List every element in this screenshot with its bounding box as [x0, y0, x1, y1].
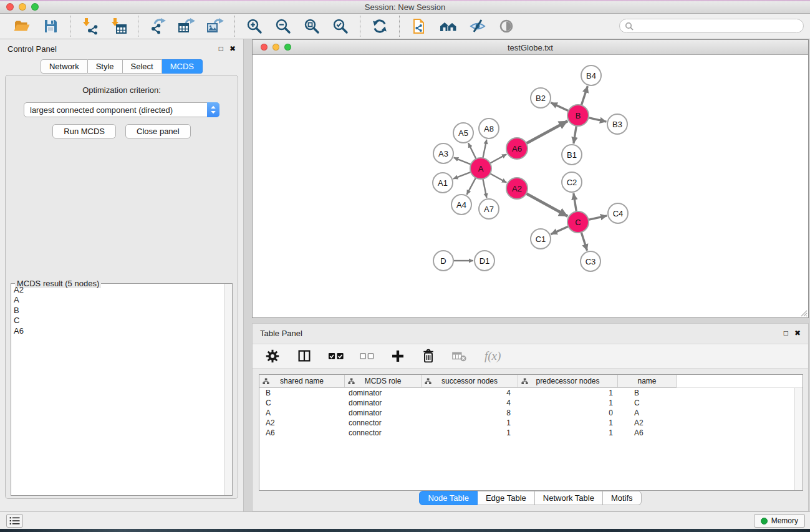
- cell-shared-name: C: [259, 398, 345, 408]
- mcds-panel: Optimization criterion: largest connecte…: [5, 75, 238, 499]
- task-history-button[interactable]: [6, 514, 23, 528]
- table-row[interactable]: Cdominator41C: [259, 398, 803, 408]
- table-row[interactable]: Adominator80A: [259, 408, 803, 418]
- home-button[interactable]: [438, 16, 459, 36]
- export-network-button[interactable]: [148, 16, 168, 36]
- table-settings-button[interactable]: [263, 347, 282, 365]
- zoom-selected-button[interactable]: [330, 16, 350, 36]
- import-network-button[interactable]: [80, 16, 100, 36]
- import-table-button[interactable]: [108, 16, 128, 36]
- right-column: testGlobe.txt AA1A2A3A4A5A6A7A8BB1B2B3B4…: [252, 39, 810, 511]
- mcds-list-scrollbar[interactable]: [224, 284, 232, 495]
- tab-style[interactable]: Style: [88, 59, 123, 74]
- graph-edge-A-A2[interactable]: [490, 173, 506, 183]
- function-builder-button[interactable]: f(x): [482, 347, 507, 365]
- graph-edge-A-A1[interactable]: [453, 172, 471, 179]
- add-column-button[interactable]: [389, 347, 407, 365]
- select-all-columns-button[interactable]: [327, 351, 345, 362]
- zoom-fit-icon: [303, 17, 321, 35]
- graph-edge-A6-B[interactable]: [526, 121, 567, 143]
- run-mcds-button[interactable]: Run MCDS: [52, 124, 116, 138]
- table-row[interactable]: Bdominator41B: [259, 388, 803, 398]
- zoom-out-button[interactable]: [273, 16, 293, 36]
- graph-edge-B-B1[interactable]: [574, 126, 577, 143]
- column-header-successor-nodes[interactable]: successor nodes: [422, 375, 518, 388]
- cell-MCDS-role: dominator: [345, 388, 422, 398]
- zoom-in-button[interactable]: [244, 16, 264, 36]
- import-network-icon: [81, 17, 99, 35]
- network-window-title: testGlobe.txt: [253, 43, 808, 52]
- graph-node-label: D1: [480, 256, 490, 266]
- save-session-button[interactable]: [41, 16, 60, 36]
- tab-motifs[interactable]: Motifs: [603, 491, 642, 505]
- deselect-all-columns-button[interactable]: [359, 351, 376, 361]
- criterion-dropdown[interactable]: largest connected component (directed): [24, 102, 219, 117]
- graph-edge-A-A3[interactable]: [454, 158, 471, 165]
- mcds-result-box: MCDS result (5 nodes) A2ABCA6: [11, 283, 233, 496]
- graph-edge-A-A6[interactable]: [490, 154, 506, 163]
- graph-edge-A-A5[interactable]: [468, 143, 476, 159]
- close-panel-button[interactable]: Close panel: [125, 124, 191, 138]
- search-input[interactable]: [637, 21, 798, 31]
- tab-mcds[interactable]: MCDS: [162, 59, 203, 74]
- column-header-MCDS-role[interactable]: MCDS role: [345, 375, 422, 388]
- apply-layout-button[interactable]: [370, 16, 390, 36]
- close-table-panel-icon[interactable]: ✖: [794, 329, 801, 337]
- tab-node-table[interactable]: Node Table: [419, 491, 478, 505]
- graph-edge-B-B2[interactable]: [551, 103, 568, 111]
- graph-edge-A-A4[interactable]: [466, 178, 476, 195]
- graph-edge-B-B3[interactable]: [589, 118, 607, 122]
- mcds-result-item[interactable]: A2: [11, 285, 224, 295]
- open-session-file-button[interactable]: [409, 16, 429, 36]
- table-row[interactable]: A6connector11A6: [259, 428, 803, 438]
- graph-edge-A-A7[interactable]: [483, 179, 486, 198]
- zoom-fit-button[interactable]: [302, 16, 322, 36]
- graph-edge-C-C3[interactable]: [581, 232, 587, 251]
- column-header-predecessor-nodes[interactable]: predecessor nodes: [518, 375, 618, 388]
- graph-edge-C-C2[interactable]: [574, 193, 577, 211]
- zoom-selected-icon: [332, 17, 349, 35]
- mcds-result-item[interactable]: A6: [11, 326, 224, 336]
- graph-node-label: A8: [484, 124, 494, 133]
- float-table-panel-icon[interactable]: □: [784, 329, 788, 337]
- mcds-result-item[interactable]: C: [11, 316, 224, 326]
- memory-button[interactable]: Memory: [754, 514, 805, 528]
- node-table: shared nameMCDS rolesuccessor nodesprede…: [259, 374, 803, 491]
- close-panel-icon[interactable]: ✖: [229, 44, 236, 53]
- double-house-icon: [439, 17, 458, 35]
- delete-table-button[interactable]: [450, 347, 469, 365]
- graph-edge-C-C1[interactable]: [551, 226, 568, 235]
- cell-successor-nodes: 4: [422, 398, 518, 408]
- export-image-button[interactable]: [205, 16, 225, 36]
- column-header-shared-name[interactable]: shared name: [259, 375, 345, 388]
- graph-edge-A-A8[interactable]: [483, 140, 486, 158]
- table-row[interactable]: A2connector11A2: [259, 418, 803, 428]
- unchecked-checkboxes-icon: [360, 352, 375, 360]
- zoom-in-icon: [246, 17, 263, 35]
- cell-name: C: [618, 398, 677, 408]
- cell-successor-nodes: 4: [422, 388, 518, 398]
- resize-grip-icon[interactable]: [799, 308, 808, 317]
- show-details-button[interactable]: [496, 16, 516, 36]
- tab-edge-table[interactable]: Edge Table: [478, 491, 535, 505]
- tab-network-table[interactable]: Network Table: [535, 491, 603, 505]
- graph-edge-A2-C[interactable]: [526, 193, 567, 216]
- mcds-result-item[interactable]: A: [11, 295, 224, 305]
- network-canvas[interactable]: AA1A2A3A4A5A6A7A8BB1B2B3B4CC1C2C3C4DD1: [253, 56, 808, 317]
- graph-node-label: A6: [512, 144, 522, 153]
- hide-details-button[interactable]: [468, 16, 488, 36]
- export-table-button[interactable]: [176, 16, 196, 36]
- table-scrollbar[interactable]: [794, 388, 803, 490]
- criterion-value: largest connected component (directed): [24, 105, 207, 115]
- graph-edge-C-C4[interactable]: [589, 216, 607, 220]
- show-column-button[interactable]: [295, 347, 314, 365]
- column-header-name[interactable]: name: [618, 375, 677, 388]
- graph-edge-B-B4[interactable]: [581, 86, 587, 105]
- toolbar-separator: [360, 16, 360, 37]
- open-file-button[interactable]: [12, 16, 32, 36]
- delete-columns-button[interactable]: [420, 347, 437, 365]
- mcds-result-item[interactable]: B: [11, 306, 224, 316]
- tab-network[interactable]: Network: [41, 59, 88, 74]
- tab-select[interactable]: Select: [123, 59, 162, 74]
- float-panel-icon[interactable]: □: [219, 44, 223, 53]
